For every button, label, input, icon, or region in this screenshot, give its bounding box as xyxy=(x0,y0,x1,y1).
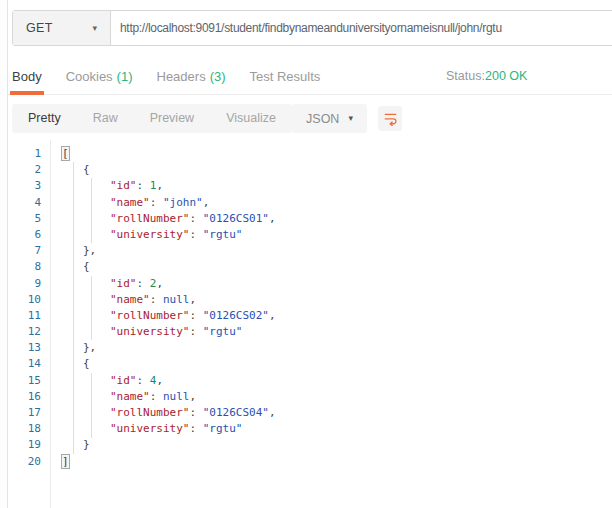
line-number: 1 xyxy=(8,146,41,162)
code-line: 18"university": "rgtu" xyxy=(8,421,612,437)
line-number: 8 xyxy=(8,259,41,275)
view-pretty[interactable]: Pretty xyxy=(12,104,77,133)
token-k: "id" xyxy=(110,374,137,387)
token-p: , xyxy=(156,277,163,290)
token-p: , xyxy=(269,309,276,322)
code-line: 1[ xyxy=(8,146,612,162)
code-content: "name": "john", xyxy=(41,195,209,211)
response-body-editor[interactable]: 1[2{3"id": 1,4"name": "john",5"rollNumbe… xyxy=(8,140,612,508)
wrap-lines-icon xyxy=(383,111,398,126)
tab-body[interactable]: Body xyxy=(10,58,44,94)
code-line: 2{ xyxy=(8,162,612,178)
url-input[interactable]: http://localhost:9091/student/findbyname… xyxy=(111,11,612,45)
code-content: "rollNumber": "0126CS02", xyxy=(41,308,276,324)
line-number: 13 xyxy=(8,340,41,356)
chevron-down-icon: ▾ xyxy=(92,24,97,33)
token-k: "university" xyxy=(110,228,189,241)
token-p: : xyxy=(189,309,202,322)
token-s: "rgtu" xyxy=(203,228,243,241)
code-line: 16"name": null, xyxy=(8,389,612,405)
status-badge: 200 OK xyxy=(485,58,527,94)
code-content: "name": null, xyxy=(41,389,196,405)
token-p: : xyxy=(189,212,202,225)
code-content: }, xyxy=(41,243,96,259)
token-p: , xyxy=(156,374,163,387)
tab-label: Headers xyxy=(157,69,206,84)
method-dropdown[interactable]: GET ▾ xyxy=(13,11,111,45)
tab-headers[interactable]: Headers(3) xyxy=(155,58,228,94)
tab-test-results[interactable]: Test Results xyxy=(248,58,323,94)
code-line: 6"university": "rgtu" xyxy=(8,227,612,243)
code-content: "id": 4, xyxy=(41,373,163,389)
line-number: 20 xyxy=(8,454,41,470)
code-content: ] xyxy=(41,454,69,470)
line-number: 14 xyxy=(8,356,41,372)
code-content: "rollNumber": "0126CS04", xyxy=(41,405,276,421)
token-p: } xyxy=(83,438,90,451)
code-line: 13}, xyxy=(8,340,612,356)
token-p: : xyxy=(150,390,163,403)
language-dropdown[interactable]: JSON ▾ xyxy=(292,104,367,133)
code-line: 11"rollNumber": "0126CS02", xyxy=(8,308,612,324)
token-p: : xyxy=(189,228,202,241)
token-p: , xyxy=(203,196,210,209)
code-line: 19} xyxy=(8,437,612,453)
code-line: 12"university": "rgtu" xyxy=(8,324,612,340)
token-p: , xyxy=(190,293,197,306)
token-p: : xyxy=(137,179,150,192)
code-content: "id": 1, xyxy=(41,178,163,194)
wrap-lines-button[interactable] xyxy=(378,106,402,131)
code-content: { xyxy=(41,259,90,275)
code-line: 3"id": 1, xyxy=(8,178,612,194)
view-raw[interactable]: Raw xyxy=(77,104,134,133)
view-switcher: PrettyRawPreviewVisualize xyxy=(12,104,292,133)
tab-label: Body xyxy=(12,69,42,84)
token-k: "name" xyxy=(110,390,150,403)
tab-label: Test Results xyxy=(250,69,321,84)
line-number: 18 xyxy=(8,421,41,437)
matched-bracket: ] xyxy=(62,455,69,468)
response-tabs: BodyCookies(1)Headers(3)Test Results Sta… xyxy=(8,58,612,95)
code-content: }, xyxy=(41,340,96,356)
token-u: null xyxy=(163,390,190,403)
line-number: 9 xyxy=(8,276,41,292)
code-line: 8{ xyxy=(8,259,612,275)
token-p: }, xyxy=(83,244,96,257)
line-number: 12 xyxy=(8,324,41,340)
code-line: 14{ xyxy=(8,356,612,372)
token-p: }, xyxy=(83,341,96,354)
view-visualize[interactable]: Visualize xyxy=(210,104,292,133)
token-p: : xyxy=(137,277,150,290)
token-p: : xyxy=(189,406,202,419)
line-number: 7 xyxy=(8,243,41,259)
view-preview[interactable]: Preview xyxy=(134,104,210,133)
token-k: "id" xyxy=(110,179,137,192)
token-k: "university" xyxy=(110,325,189,338)
left-panel-edge xyxy=(0,0,8,508)
token-p: { xyxy=(83,260,90,273)
code-line: 15"id": 4, xyxy=(8,373,612,389)
url-text: http://localhost:9091/student/findbyname… xyxy=(120,21,502,35)
tab-cookies[interactable]: Cookies(1) xyxy=(64,58,135,94)
line-number: 15 xyxy=(8,373,41,389)
line-number: 5 xyxy=(8,211,41,227)
line-number: 6 xyxy=(8,227,41,243)
line-number: 11 xyxy=(8,308,41,324)
token-p: { xyxy=(83,357,90,370)
code-content: "university": "rgtu" xyxy=(41,324,242,340)
token-k: "name" xyxy=(110,293,150,306)
token-p: , xyxy=(156,179,163,192)
line-number: 19 xyxy=(8,437,41,453)
body-toolbar: PrettyRawPreviewVisualize JSON ▾ xyxy=(0,104,612,133)
code-content: "name": null, xyxy=(41,292,196,308)
token-p: : xyxy=(137,374,150,387)
token-p: , xyxy=(190,390,197,403)
code-line: 20] xyxy=(8,454,612,470)
status-label: Status: xyxy=(446,58,485,94)
token-p: : xyxy=(189,325,202,338)
code-content: "id": 2, xyxy=(41,276,163,292)
token-p: { xyxy=(83,163,90,176)
token-p: : xyxy=(189,422,202,435)
token-k: "name" xyxy=(110,196,150,209)
token-p: : xyxy=(150,196,163,209)
